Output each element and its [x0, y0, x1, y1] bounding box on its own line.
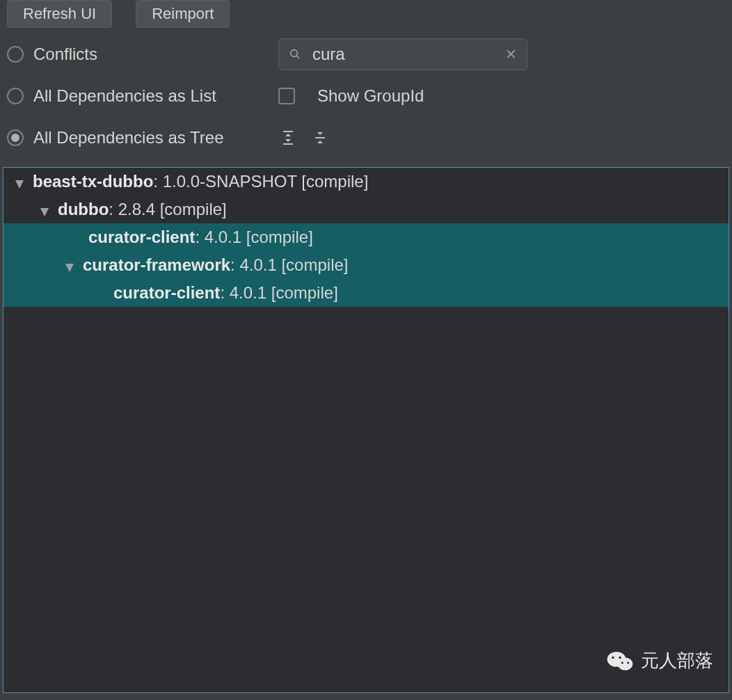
dependency-name: curator-framework — [83, 255, 230, 275]
tree-row[interactable]: curator-framework : 4.0.1 [compile] — [3, 251, 729, 279]
dependency-meta: : 4.0.1 [compile] — [230, 255, 348, 275]
label-all-tree: All Dependencies as Tree — [33, 128, 224, 148]
label-all-list: All Dependencies as List — [33, 86, 216, 106]
svg-line-1 — [296, 56, 299, 58]
row-conflicts: Conflicts ✕ — [7, 33, 725, 75]
dependency-name: beast-tx-dubbo — [33, 172, 153, 191]
tree-row[interactable]: beast-tx-dubbo : 1.0.0-SNAPSHOT [compile… — [3, 168, 729, 196]
row-all-list: All Dependencies as List Show GroupId — [7, 75, 725, 117]
radio-all-tree[interactable] — [7, 129, 24, 146]
tree-row[interactable]: dubbo : 2.8.4 [compile] — [3, 196, 729, 223]
clear-search-icon[interactable]: ✕ — [505, 46, 517, 63]
svg-point-8 — [619, 656, 621, 659]
dependency-tree-panel: beast-tx-dubbo : 1.0.0-SNAPSHOT [compile… — [3, 167, 729, 693]
checkbox-show-groupid[interactable] — [278, 88, 295, 104]
svg-point-10 — [627, 662, 629, 664]
dependency-name: curator-client — [88, 228, 195, 247]
svg-point-0 — [291, 50, 298, 57]
toolbar: Refresh UI Reimport — [0, 0, 732, 33]
search-box[interactable]: ✕ — [278, 38, 527, 70]
dependency-name: dubbo — [58, 200, 109, 219]
svg-point-7 — [612, 656, 614, 659]
label-show-groupid: Show GroupId — [317, 86, 424, 106]
search-input[interactable] — [312, 45, 505, 64]
reimport-button[interactable]: Reimport — [136, 0, 230, 28]
dependency-meta: : 1.0.0-SNAPSHOT [compile] — [153, 172, 368, 191]
expand-all-icon[interactable] — [278, 128, 298, 148]
row-all-tree: All Dependencies as Tree — [7, 117, 725, 159]
radio-all-list[interactable] — [7, 88, 24, 104]
refresh-button[interactable]: Refresh UI — [7, 0, 112, 28]
controls: Conflicts ✕ All Dependencies as List — [0, 33, 732, 159]
tree-row[interactable]: curator-client : 4.0.1 [compile] — [3, 223, 729, 251]
disclosure-triangle-icon[interactable] — [38, 203, 51, 216]
tree-row[interactable]: curator-client : 4.0.1 [compile] — [3, 279, 729, 307]
disclosure-triangle-icon[interactable] — [63, 259, 76, 271]
search-icon — [289, 48, 301, 61]
watermark-text: 元人部落 — [641, 649, 713, 673]
wechat-icon — [606, 649, 634, 673]
dependency-meta: : 4.0.1 [compile] — [195, 228, 312, 247]
svg-point-6 — [618, 658, 633, 670]
dependency-meta: : 2.8.4 [compile] — [109, 200, 226, 219]
collapse-all-icon[interactable] — [310, 128, 330, 148]
svg-point-9 — [621, 662, 623, 664]
watermark: 元人部落 — [606, 649, 713, 673]
label-conflicts: Conflicts — [33, 45, 97, 64]
disclosure-triangle-icon[interactable] — [13, 175, 26, 188]
dependency-meta: : 4.0.1 [compile] — [220, 283, 337, 303]
radio-conflicts[interactable] — [7, 46, 24, 63]
dependency-name: curator-client — [113, 283, 220, 303]
